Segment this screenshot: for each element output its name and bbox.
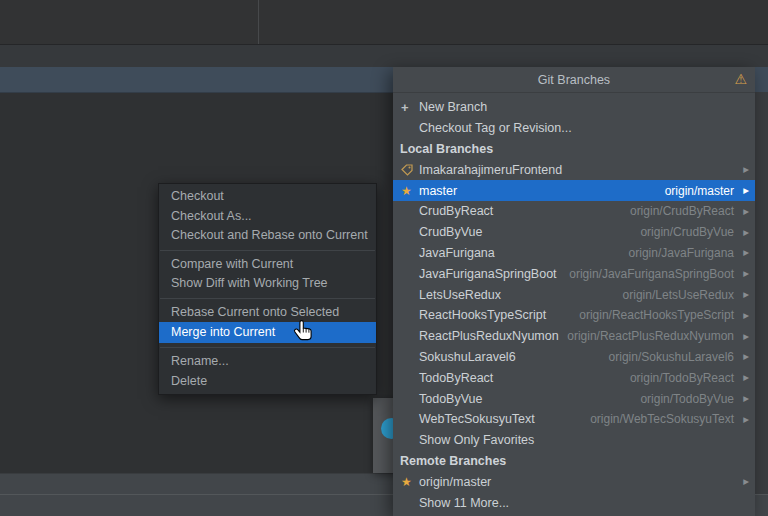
branch-label: WebTecSokusyuText (419, 412, 535, 426)
row-icon-box (399, 164, 419, 176)
tracking-branch-label: origin/TodoByVue (640, 392, 734, 406)
tracking-branch-label: origin/SokushuLaravel6 (609, 350, 734, 364)
star-icon: ★ (401, 184, 412, 198)
branch-label: Checkout Tag or Revision... (419, 121, 572, 135)
menu-item[interactable]: Compare with Current (159, 255, 376, 275)
branch-context-menu: CheckoutCheckout As...Checkout and Rebas… (158, 183, 377, 395)
branch-label: Show 11 More... (419, 496, 509, 510)
menu-item[interactable]: Checkout (159, 187, 376, 207)
branch-row[interactable]: TodoByReact origin/TodoByReact ▶ (393, 367, 755, 388)
branch-label: CrudByReact (419, 204, 493, 218)
branch-row[interactable]: ImakarahajimeruFrontend ▶ (393, 159, 755, 180)
submenu-arrow-icon: ▶ (738, 373, 749, 382)
tracking-branch-label: origin/JavaFurigana (629, 246, 734, 260)
branch-row[interactable]: CrudByReact origin/CrudByReact ▶ (393, 201, 755, 222)
submenu-arrow-icon: ▶ (738, 394, 749, 403)
branch-label: JavaFuriganaSpringBoot (419, 267, 557, 281)
branch-row[interactable]: SokushuLaravel6 origin/SokushuLaravel6 ▶ (393, 347, 755, 368)
submenu-arrow-icon: ▶ (738, 415, 749, 424)
branch-row[interactable]: Show 11 More... (393, 492, 755, 513)
submenu-arrow-icon: ▶ (738, 207, 749, 216)
tracking-branch-label: origin/JavaFuriganaSpringBoot (569, 267, 734, 281)
branch-section-header: Local Branches (393, 139, 755, 160)
branch-label: Show Only Favorites (419, 433, 534, 447)
branch-label: master (419, 184, 457, 198)
tag-icon (401, 164, 413, 176)
branch-row[interactable]: LetsUseRedux origin/LetsUseRedux ▶ (393, 284, 755, 305)
popup-header: Git Branches ⚠ (393, 67, 755, 93)
branch-row[interactable]: ReactHooksTypeScript origin/ReactHooksTy… (393, 305, 755, 326)
branch-label: origin/master (419, 475, 491, 489)
submenu-arrow-icon: ▶ (738, 352, 749, 361)
right-panel-edge (755, 92, 768, 494)
menu-item[interactable]: Show Diff with Working Tree (159, 274, 376, 294)
submenu-arrow-icon: ▶ (738, 477, 749, 486)
branch-row[interactable]: Show Only Favorites (393, 430, 755, 451)
warning-icon[interactable]: ⚠ (734, 70, 747, 88)
branch-row[interactable]: ★ master origin/master ▶ (393, 180, 755, 201)
menu-separator (160, 250, 375, 251)
submenu-arrow-icon: ▶ (738, 290, 749, 299)
tracking-branch-label: origin/CrudByReact (630, 204, 734, 218)
branch-row[interactable]: TodoByVue origin/TodoByVue ▶ (393, 388, 755, 409)
branch-label: LetsUseRedux (419, 288, 501, 302)
tracking-branch-label: origin/TodoByReact (630, 371, 734, 385)
editor-split-divider (258, 0, 259, 44)
submenu-arrow-icon: ▶ (738, 248, 749, 257)
menu-separator (160, 347, 375, 348)
tracking-branch-label: origin/ReactHooksTypeScript (579, 308, 734, 322)
editor-tab-strip (0, 45, 768, 67)
branch-label: CrudByVue (419, 225, 482, 239)
menu-item[interactable]: Checkout and Rebase onto Current (159, 226, 376, 246)
row-icon-box: + (399, 100, 419, 115)
menu-item[interactable]: Rename... (159, 352, 376, 372)
branch-label: New Branch (419, 100, 487, 114)
tracking-branch-label: origin/WebTecSokusyuText (590, 412, 734, 426)
row-icon-box: ★ (399, 184, 419, 198)
star-icon: ★ (401, 475, 412, 489)
branch-label: ReactPlusReduxNyumon (419, 329, 559, 343)
popup-title: Git Branches (538, 73, 610, 87)
branch-row[interactable]: ReactPlusReduxNyumon origin/ReactPlusRed… (393, 326, 755, 347)
branch-label: TodoByVue (419, 392, 482, 406)
branch-row[interactable]: JavaFurigana origin/JavaFurigana ▶ (393, 243, 755, 264)
branch-row[interactable]: WebTecSokusyuText origin/WebTecSokusyuTe… (393, 409, 755, 430)
branch-list: + New Branch Checkout Tag or Revision...… (393, 93, 755, 513)
branch-row[interactable]: CrudByVue origin/CrudByVue ▶ (393, 222, 755, 243)
menu-item[interactable]: Rebase Current onto Selected (159, 303, 376, 323)
branch-label: SokushuLaravel6 (419, 350, 516, 364)
submenu-arrow-icon: ▶ (738, 269, 749, 278)
submenu-arrow-icon: ▶ (738, 186, 749, 195)
branch-label: ImakarahajimeruFrontend (419, 163, 562, 177)
submenu-arrow-icon: ▶ (738, 311, 749, 320)
menu-item[interactable]: Checkout As... (159, 207, 376, 227)
branch-label: ReactHooksTypeScript (419, 308, 546, 322)
submenu-arrow-icon: ▶ (738, 332, 749, 341)
submenu-arrow-icon: ▶ (738, 165, 749, 174)
branch-row[interactable]: + New Branch (393, 97, 755, 118)
branch-label: JavaFurigana (419, 246, 495, 260)
branch-label: TodoByReact (419, 371, 493, 385)
menu-separator (160, 298, 375, 299)
top-editor-panel (0, 0, 768, 45)
branch-row[interactable]: Checkout Tag or Revision... (393, 118, 755, 139)
tracking-branch-label: origin/master (665, 184, 734, 198)
row-icon-box: ★ (399, 475, 419, 489)
git-branches-popup: Git Branches ⚠ + New Branch Checkout Tag… (393, 67, 755, 516)
tracking-branch-label: origin/ReactPlusReduxNyumon (567, 329, 734, 343)
tracking-branch-label: origin/CrudByVue (640, 225, 734, 239)
menu-item[interactable]: Merge into Current (159, 322, 376, 343)
hand-cursor-icon (293, 319, 315, 343)
menu-item[interactable]: Delete (159, 372, 376, 392)
branch-row[interactable]: ★ origin/master ▶ (393, 471, 755, 492)
tracking-branch-label: origin/LetsUseRedux (623, 288, 734, 302)
plus-icon: + (401, 100, 409, 115)
submenu-arrow-icon: ▶ (738, 228, 749, 237)
branch-section-header: Remote Branches (393, 451, 755, 472)
branch-row[interactable]: JavaFuriganaSpringBoot origin/JavaFuriga… (393, 263, 755, 284)
